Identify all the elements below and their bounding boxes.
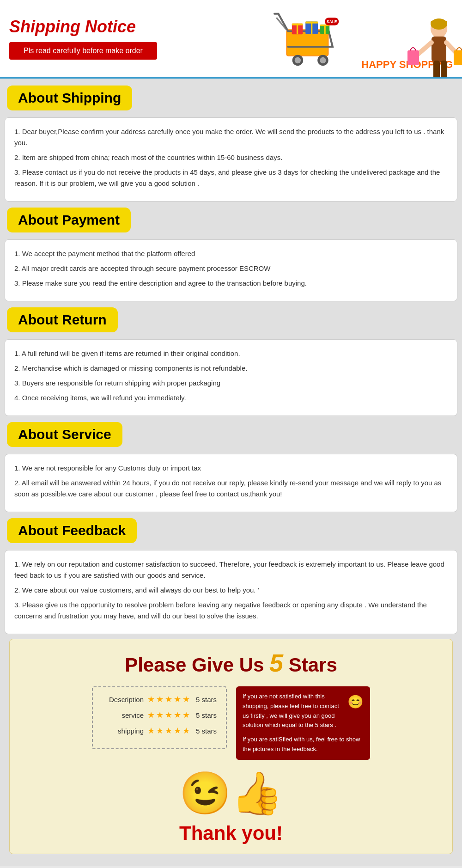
star-icon: ★: [182, 710, 190, 720]
svg-rect-11: [311, 22, 312, 34]
svg-rect-8: [297, 24, 298, 34]
list-item: We are not responsible for any Customs d…: [14, 463, 448, 474]
star-icon: ★: [165, 710, 172, 720]
stars-label-description: Description: [102, 696, 144, 703]
svg-rect-25: [407, 50, 419, 65]
service-heading: About Service: [7, 422, 122, 447]
stars-icons-shipping: ★ ★ ★ ★ ★: [147, 726, 190, 736]
five-stars-title: Please Give Us 5 Stars: [19, 648, 443, 677]
svg-rect-19: [431, 21, 447, 24]
star-icon: ★: [147, 726, 155, 736]
smiley-icon: 😊: [347, 692, 364, 713]
page-title: Shipping Notice: [9, 17, 157, 37]
section-return: About Return A full refund will be given…: [5, 307, 457, 416]
star-icon: ★: [182, 694, 190, 704]
header-left: Shipping Notice Pls read carefully befor…: [9, 17, 157, 60]
svg-rect-20: [432, 37, 446, 62]
list-item: Buyers are responsible for return shippi…: [14, 378, 448, 389]
list-item: We accept the payment method that the pl…: [14, 248, 448, 259]
stars-count-service: 5 stars: [196, 711, 217, 719]
feedback-heading: About Feedback: [7, 518, 137, 543]
list-item: Please contact us if you do not receive …: [14, 167, 448, 189]
shipping-list: Dear buyer,Please confirm your address c…: [14, 126, 448, 189]
feedback-content-box: We rely on our reputation and customer s…: [5, 550, 457, 634]
star-icon: ★: [165, 694, 172, 704]
stars-label-service: service: [102, 711, 144, 719]
list-item: We care about our value customers, and w…: [14, 585, 448, 596]
list-item: A full refund will be given if items are…: [14, 348, 448, 359]
list-item: Please make sure you read the entire des…: [14, 278, 448, 289]
payment-heading: About Payment: [7, 208, 131, 232]
person-illustration: [393, 17, 462, 79]
section-payment: About Payment We accept the payment meth…: [5, 208, 457, 301]
divider: [5, 418, 457, 422]
smiley-text-2: If you are satiSfied with us, feel free …: [243, 735, 364, 754]
list-item: Item are shipped from china; reach most …: [14, 152, 448, 163]
star-icon: ★: [147, 710, 155, 720]
service-list: We are not responsible for any Customs d…: [14, 463, 448, 500]
section-feedback: About Feedback We rely on our reputation…: [5, 518, 457, 634]
svg-line-21: [418, 43, 432, 54]
stars-row-description: Description ★ ★ ★ ★ ★ 5 stars: [102, 694, 217, 704]
stars-icons-description: ★ ★ ★ ★ ★: [147, 694, 190, 704]
svg-rect-26: [454, 50, 462, 65]
shipping-content-box: Dear buyer,Please confirm your address c…: [5, 117, 457, 202]
svg-rect-23: [433, 61, 440, 79]
section-shipping: About Shipping Dear buyer,Please confirm…: [5, 86, 457, 202]
payment-content-box: We accept the payment method that the pl…: [5, 239, 457, 301]
return-heading: About Return: [7, 307, 118, 332]
feedback-list: We rely on our reputation and customer s…: [14, 559, 448, 622]
divider: [5, 204, 457, 208]
stars-label-shipping: shipping: [102, 727, 144, 735]
divider: [5, 304, 457, 307]
stars-row-shipping: shipping ★ ★ ★ ★ ★ 5 stars: [102, 726, 217, 736]
svg-point-3: [295, 57, 301, 63]
stars-count-description: 5 stars: [196, 696, 217, 703]
star-icon: ★: [156, 694, 164, 704]
return-content-box: A full refund will be given if items are…: [5, 339, 457, 416]
star-icon: ★: [182, 726, 190, 736]
service-content-box: We are not responsible for any Customs d…: [5, 454, 457, 512]
stars-table: Description ★ ★ ★ ★ ★ 5 stars service ★ …: [92, 686, 227, 749]
list-item: We rely on our reputation and customer s…: [14, 559, 448, 581]
svg-point-5: [320, 57, 326, 63]
smiley-info-box: 😊 If you are not satisfied with this sho…: [236, 686, 370, 760]
star-icon: ★: [174, 726, 181, 736]
star-icon: ★: [165, 726, 172, 736]
list-item: Dear buyer,Please confirm your address c…: [14, 126, 448, 148]
thumbs-up-emoji: 😉👍: [19, 769, 443, 818]
star-icon: ★: [174, 710, 181, 720]
svg-rect-24: [441, 61, 447, 79]
main-content: About Shipping Dear buyer,Please confirm…: [0, 79, 462, 866]
cart-svg-icon: SALE: [264, 6, 343, 66]
read-carefully-banner: Pls read carefully before make order: [9, 42, 157, 60]
stars-row-service: service ★ ★ ★ ★ ★ 5 stars: [102, 710, 217, 720]
payment-list: We accept the payment method that the pl…: [14, 248, 448, 289]
divider: [5, 514, 457, 518]
header-right: SALE HAPPY SHOPPING: [264, 6, 453, 71]
thank-you-text: Thank you!: [19, 822, 443, 844]
stars-content-area: Description ★ ★ ★ ★ ★ 5 stars service ★ …: [19, 686, 443, 760]
svg-text:SALE: SALE: [327, 19, 337, 24]
return-list: A full refund will be given if items are…: [14, 348, 448, 403]
page-header: Shipping Notice Pls read carefully befor…: [0, 0, 462, 79]
star-icon: ★: [156, 710, 164, 720]
cart-illustration: SALE: [264, 6, 357, 71]
list-item: Please give us the opportunity to resolv…: [14, 599, 448, 622]
thumbs-up-area: 😉👍 Thank you!: [19, 769, 443, 844]
section-service: About Service We are not responsible for…: [5, 422, 457, 512]
svg-rect-14: [324, 24, 326, 34]
stars-count-shipping: 5 stars: [196, 727, 217, 735]
list-item: Merchandise which is damaged or missing …: [14, 363, 448, 374]
list-item: All email will be answered within 24 hou…: [14, 477, 448, 500]
star-icon: ★: [156, 726, 164, 736]
stars-icons-service: ★ ★ ★ ★ ★: [147, 710, 190, 720]
star-icon: ★: [147, 694, 155, 704]
shipping-heading: About Shipping: [7, 86, 132, 110]
list-item: All major credit cards are accepted thro…: [14, 263, 448, 274]
star-icon: ★: [174, 694, 181, 704]
five-stars-section: Please Give Us 5 Stars Description ★ ★ ★…: [9, 639, 453, 854]
list-item: Once receiving items, we will refund you…: [14, 392, 448, 403]
smiley-text-1: If you are not satisfied with this shopp…: [243, 692, 364, 730]
